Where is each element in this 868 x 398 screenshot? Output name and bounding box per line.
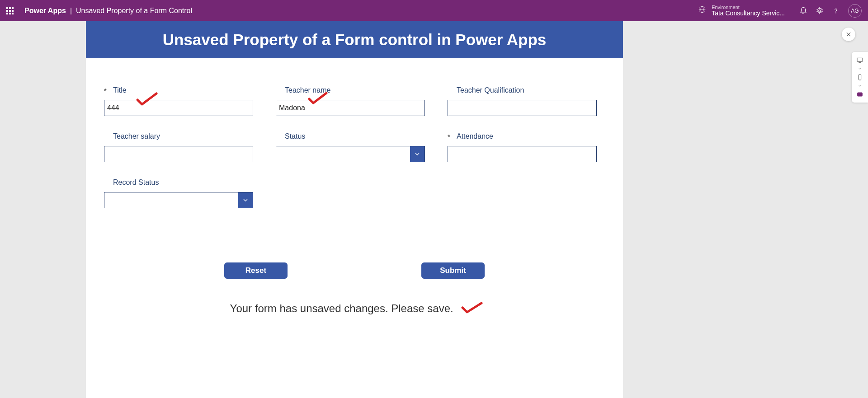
field-teacher-salary: Teacher salary — [104, 131, 253, 162]
app-banner: Unsaved Property of a Form control in Po… — [86, 21, 623, 58]
environment-selector[interactable]: Environment Tata Consultancy Servic... — [698, 5, 785, 17]
field-label: Title — [113, 86, 127, 94]
close-preview-button[interactable] — [842, 28, 855, 41]
attendance-input[interactable] — [448, 146, 597, 162]
required-star: * — [448, 133, 454, 140]
field-title: * Title — [104, 85, 253, 116]
title-input[interactable] — [104, 100, 253, 116]
help-icon[interactable] — [832, 7, 840, 15]
svg-rect-10 — [858, 93, 863, 96]
close-icon — [845, 31, 852, 37]
status-text: Your form has unsaved changes. Please sa… — [230, 302, 453, 314]
teacher-name-input[interactable] — [276, 100, 425, 116]
field-record-status: Record Status — [104, 178, 253, 208]
status-dropdown[interactable] — [276, 146, 425, 162]
gear-icon[interactable] — [816, 7, 824, 15]
field-attendance: * Attendance — [448, 131, 597, 162]
top-bar: Power Apps | Unsaved Property of a Form … — [0, 0, 868, 21]
chevron-down-icon — [238, 192, 253, 208]
svg-point-3 — [819, 9, 821, 12]
annotation-check-icon — [461, 302, 483, 317]
chevron-down-icon[interactable] — [858, 84, 862, 88]
chevron-down-icon[interactable] — [858, 66, 862, 71]
device-fit-icon[interactable] — [856, 91, 863, 98]
teacher-salary-input[interactable] — [104, 146, 253, 162]
field-teacher-name: Teacher name — [276, 85, 425, 116]
submit-button[interactable]: Submit — [421, 262, 485, 279]
field-label: Record Status — [113, 178, 159, 187]
field-status: Status — [276, 131, 425, 162]
device-mobile-icon[interactable] — [856, 74, 863, 81]
brand-name[interactable]: Power Apps — [24, 7, 66, 15]
reset-button[interactable]: Reset — [224, 262, 288, 279]
stage: Unsaved Property of a Form control in Po… — [0, 21, 868, 398]
required-star: * — [104, 87, 110, 94]
chevron-down-icon — [410, 146, 425, 162]
record-status-dropdown[interactable] — [104, 192, 253, 208]
field-label: Teacher Qualification — [457, 86, 524, 94]
bell-icon[interactable] — [799, 7, 807, 15]
device-panel — [852, 52, 868, 103]
form: * Title Teacher name — [86, 58, 623, 315]
app-canvas: Unsaved Property of a Form control in Po… — [86, 21, 623, 398]
teacher-qualification-input[interactable] — [448, 100, 597, 116]
svg-rect-9 — [859, 75, 861, 80]
device-desktop-icon[interactable] — [856, 56, 863, 64]
avatar[interactable]: AG — [848, 4, 862, 18]
svg-rect-7 — [857, 58, 863, 61]
field-label: Teacher name — [285, 86, 330, 94]
field-teacher-qualification: Teacher Qualification — [448, 85, 597, 116]
environment-value: Tata Consultancy Servic... — [712, 10, 785, 17]
unsaved-status-message: Your form has unsaved changes. Please sa… — [104, 300, 605, 315]
field-label: Attendance — [457, 132, 493, 140]
avatar-initials: AG — [851, 8, 859, 14]
dropdown-value — [276, 146, 410, 162]
page-title: Unsaved Property of a Form Control — [76, 7, 192, 15]
field-label: Teacher salary — [113, 132, 160, 140]
field-label: Status — [285, 132, 305, 140]
app-banner-title: Unsaved Property of a Form control in Po… — [163, 31, 547, 49]
svg-point-4 — [836, 13, 836, 13]
dropdown-value — [104, 192, 238, 208]
brand-separator: | — [70, 7, 72, 15]
globe-icon — [698, 5, 706, 15]
app-launcher-icon[interactable] — [6, 7, 14, 14]
